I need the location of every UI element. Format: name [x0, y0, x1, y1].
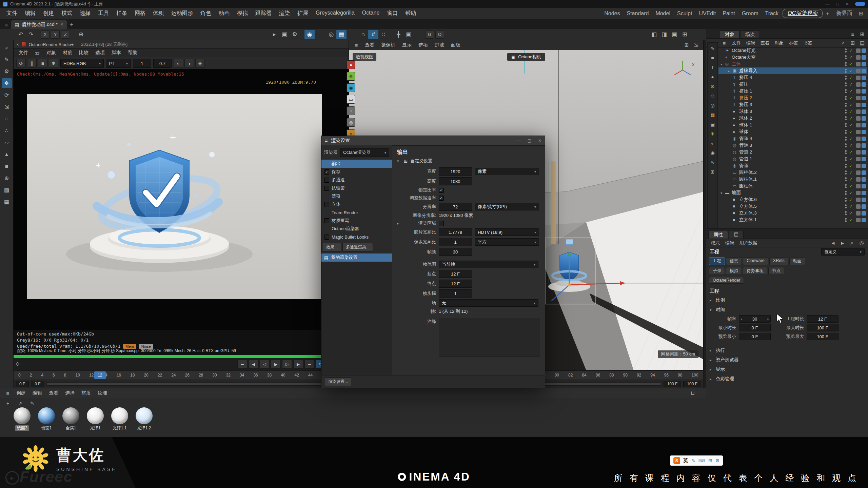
octane-menu-item[interactable]: 对象: [43, 49, 59, 57]
gamma-field[interactable]: 0.7: [153, 59, 172, 68]
tag-icon[interactable]: [862, 170, 866, 175]
object-row[interactable]: ■ 立方体.5: [718, 203, 867, 210]
scale-tool-icon[interactable]: ⇲: [2, 102, 12, 112]
enabled-check-icon[interactable]: [849, 157, 853, 162]
simulation-icon[interactable]: ∿: [709, 158, 717, 166]
viewport-menu-item[interactable]: 选项: [415, 41, 431, 49]
tag-icon[interactable]: [856, 150, 861, 155]
menu-item[interactable]: 帮助: [401, 9, 420, 18]
material-preview[interactable]: [87, 407, 104, 424]
axis-edit-icon[interactable]: ⊕: [2, 173, 12, 183]
octane-menu-item[interactable]: 材质: [60, 49, 75, 57]
tag-icon[interactable]: [862, 150, 866, 155]
visibility-dots[interactable]: [845, 69, 847, 73]
expand-triangle[interactable]: [710, 298, 714, 303]
settings-category[interactable]: 保存: [321, 168, 392, 176]
visibility-dots[interactable]: [845, 143, 847, 147]
tag-icon[interactable]: [856, 89, 861, 94]
settings-category[interactable]: Magic Bullet Looks: [321, 233, 392, 241]
tag-icon[interactable]: [862, 143, 866, 148]
object-row[interactable]: ◎ 管道.1: [718, 156, 867, 162]
dialog-titlebar[interactable]: 渲染设置: [321, 136, 545, 146]
material-menu-item[interactable]: 材质: [78, 389, 94, 397]
expand-triangle[interactable]: [710, 358, 714, 362]
group-asset-browser[interactable]: 资产浏览器: [706, 355, 868, 365]
object-row[interactable]: ◐ Octane天空: [718, 54, 867, 61]
ime-pen-icon[interactable]: ✎: [691, 458, 695, 463]
visibility-dots[interactable]: [845, 123, 847, 127]
ime-logo-icon[interactable]: S: [673, 457, 680, 464]
render-picture-viewer-icon[interactable]: ▣: [279, 30, 290, 39]
viewport-maximize-icon[interactable]: [692, 41, 701, 49]
object-name[interactable]: 立方体.6: [739, 197, 757, 203]
viewport-menu-item[interactable]: 摄像机: [378, 41, 399, 49]
object-name[interactable]: 挤压.3: [739, 102, 752, 108]
modeling-axis-icon[interactable]: ╋: [393, 30, 403, 39]
pen-tool-icon[interactable]: ✎: [2, 55, 12, 64]
enabled-check-icon[interactable]: [849, 116, 853, 121]
frame-range-select[interactable]: 当前帧: [439, 261, 538, 268]
menu-item[interactable]: 编辑: [21, 9, 39, 18]
menu-item[interactable]: 动画: [215, 9, 233, 18]
menu-item[interactable]: 网格: [131, 9, 149, 18]
tag-icon[interactable]: [856, 164, 861, 168]
enabled-check-icon[interactable]: [849, 170, 853, 175]
preview-max-input[interactable]: 100 F: [807, 333, 839, 340]
attribute-page-tab[interactable]: 待办事项: [743, 267, 767, 275]
enabled-check-icon[interactable]: [849, 109, 853, 114]
object-name[interactable]: Octane灯光: [732, 47, 756, 54]
object-row[interactable]: ● 球体: [718, 128, 867, 135]
enabled-check-icon[interactable]: [849, 89, 853, 94]
tag-icon[interactable]: [856, 96, 861, 100]
object-name[interactable]: 立方体.3: [739, 210, 757, 216]
enabled-check-icon[interactable]: [849, 62, 853, 67]
viewport-menu-item[interactable]: 面板: [448, 41, 464, 49]
tag-icon[interactable]: [862, 211, 866, 216]
tag-icon[interactable]: [856, 218, 861, 222]
workspace-item[interactable]: Model: [652, 9, 674, 18]
octane-menu-item[interactable]: 脚本: [108, 49, 124, 57]
octane-plugin-icon[interactable]: O: [435, 30, 444, 39]
material-icon[interactable]: ◉: [709, 149, 717, 157]
tag-icon[interactable]: [856, 55, 861, 60]
octane-pick-icon[interactable]: ○: [347, 106, 355, 115]
object-row[interactable]: ◎ 管道: [718, 162, 867, 169]
xpresso-icon[interactable]: ⊞: [709, 168, 717, 176]
play-button[interactable]: ▶: [271, 360, 281, 369]
points-mode-icon[interactable]: ∴: [2, 126, 12, 136]
viewport-menu-icon[interactable]: [352, 41, 361, 49]
tag-icon[interactable]: [862, 96, 866, 100]
dialog-minimize-button[interactable]: [517, 138, 521, 143]
output-preset-row[interactable]: 自定义设置: [397, 158, 540, 164]
attribute-page-tab[interactable]: XRefs: [769, 257, 788, 265]
material-item[interactable]: 光泽1: [85, 407, 105, 431]
attribute-page-tab[interactable]: 动画: [789, 257, 805, 265]
visibility-dots[interactable]: [845, 96, 847, 100]
object-name[interactable]: 管道.4: [739, 136, 752, 142]
attribute-page-tab[interactable]: 工程: [709, 257, 725, 265]
visibility-dots[interactable]: [845, 211, 847, 215]
tag-icon[interactable]: [862, 123, 866, 127]
enabled-check-icon[interactable]: [849, 75, 853, 80]
enabled-check-icon[interactable]: [849, 143, 853, 148]
mirror-tool-icon[interactable]: ▣: [403, 30, 414, 39]
workspace-item[interactable]: Paint: [719, 9, 738, 18]
octane-camera-icon[interactable]: ◉: [347, 83, 355, 92]
expand-arrow[interactable]: ▾: [721, 191, 725, 195]
enabled-check-icon[interactable]: [849, 150, 853, 155]
max-time-input[interactable]: 100 F: [807, 324, 839, 331]
expand-arrow[interactable]: ▸: [728, 69, 733, 73]
dialog-close-button[interactable]: [538, 138, 541, 143]
minimize-button[interactable]: [826, 2, 830, 6]
move-tool-icon[interactable]: ✥: [2, 78, 12, 88]
add-material-icon[interactable]: [3, 399, 12, 407]
enabled-check-icon[interactable]: [849, 82, 853, 87]
viewport-menu-item[interactable]: 显示: [399, 41, 415, 49]
panel-tab[interactable]: 属性: [708, 231, 728, 239]
workspace-item[interactable]: Groom: [738, 9, 762, 18]
colorspace-select[interactable]: HDR/sRGB: [60, 59, 104, 68]
object-row[interactable]: ⇧ 挤压.3: [718, 101, 867, 108]
tag-icon[interactable]: [856, 211, 861, 216]
x-axis-toggle[interactable]: X: [41, 30, 50, 39]
object-name[interactable]: 盾牌导入: [739, 68, 757, 74]
